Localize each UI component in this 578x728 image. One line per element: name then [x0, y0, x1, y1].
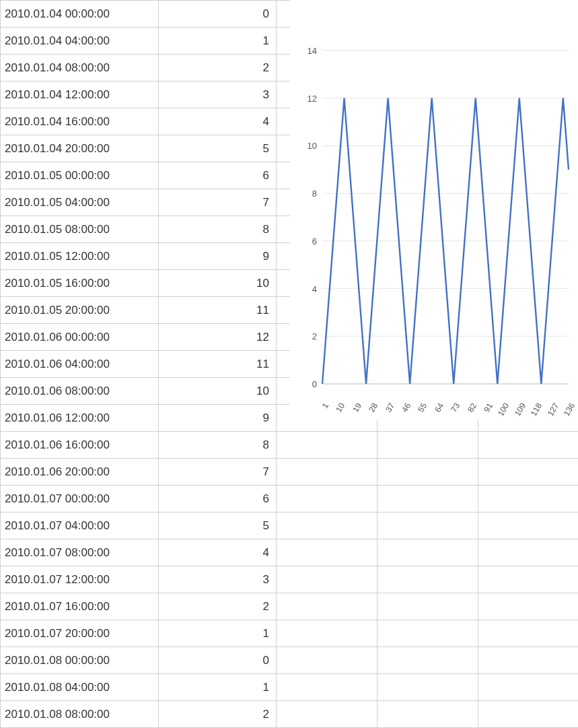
cell-value[interactable]: 1	[159, 620, 277, 647]
cell-empty[interactable]	[277, 432, 377, 459]
cell-timestamp[interactable]: 2010.01.07 04:00:00	[1, 512, 159, 539]
cell-empty[interactable]	[478, 539, 579, 566]
cell-value[interactable]: 3	[159, 566, 277, 593]
chart-plot-area: 02468101214 1101928374655647382911001091…	[299, 13, 574, 415]
cell-value[interactable]: 1	[159, 674, 277, 701]
cell-empty[interactable]	[377, 674, 478, 701]
cell-value[interactable]: 10	[159, 270, 277, 297]
cell-empty[interactable]	[478, 701, 579, 728]
cell-timestamp[interactable]: 2010.01.06 08:00:00	[1, 378, 159, 405]
cell-timestamp[interactable]: 2010.01.04 04:00:00	[1, 28, 159, 55]
cell-timestamp[interactable]: 2010.01.05 00:00:00	[1, 162, 159, 189]
cell-empty[interactable]	[478, 566, 579, 593]
cell-empty[interactable]	[478, 486, 579, 512]
cell-empty[interactable]	[277, 620, 377, 647]
cell-value[interactable]: 12	[159, 324, 277, 351]
cell-value[interactable]: 5	[159, 512, 277, 539]
cell-timestamp[interactable]: 2010.01.04 20:00:00	[1, 135, 159, 162]
cell-value[interactable]: 0	[159, 1, 277, 28]
cell-value[interactable]: 11	[159, 297, 277, 324]
cell-value[interactable]: 6	[159, 162, 277, 189]
cell-value[interactable]: 9	[159, 243, 277, 270]
cell-timestamp[interactable]: 2010.01.05 20:00:00	[1, 297, 159, 324]
cell-empty[interactable]	[478, 647, 579, 674]
cell-empty[interactable]	[277, 701, 377, 728]
cell-timestamp[interactable]: 2010.01.08 08:00:00	[1, 701, 159, 728]
cell-value[interactable]: 9	[159, 405, 277, 432]
cell-empty[interactable]	[478, 512, 579, 539]
cell-value[interactable]: 6	[159, 486, 277, 512]
cell-empty[interactable]	[377, 647, 478, 674]
cell-empty[interactable]	[478, 432, 579, 459]
cell-value[interactable]: 10	[159, 378, 277, 405]
cell-timestamp[interactable]: 2010.01.04 12:00:00	[1, 81, 159, 108]
cell-value[interactable]: 4	[159, 539, 277, 566]
cell-empty[interactable]	[478, 674, 579, 701]
cell-value[interactable]: 4	[159, 108, 277, 135]
cell-timestamp[interactable]: 2010.01.07 16:00:00	[1, 593, 159, 620]
cell-value[interactable]: 2	[159, 701, 277, 728]
embedded-chart[interactable]: 02468101214 1101928374655647382911001091…	[290, 0, 578, 420]
cell-timestamp[interactable]: 2010.01.05 04:00:00	[1, 189, 159, 216]
y-axis: 02468101214	[299, 51, 320, 384]
cell-empty[interactable]	[377, 566, 478, 593]
cell-value[interactable]: 5	[159, 135, 277, 162]
cell-empty[interactable]	[377, 539, 478, 566]
x-tick-label: 136	[562, 401, 577, 418]
table-row: 2010.01.07 12:00:003	[1, 566, 579, 593]
cell-value[interactable]: 7	[159, 189, 277, 216]
cell-value[interactable]: 8	[159, 432, 277, 459]
cell-empty[interactable]	[377, 486, 478, 512]
cell-timestamp[interactable]: 2010.01.06 20:00:00	[1, 459, 159, 486]
cell-value[interactable]: 2	[159, 55, 277, 81]
cell-value[interactable]: 0	[159, 647, 277, 674]
cell-empty[interactable]	[377, 432, 478, 459]
cell-timestamp[interactable]: 2010.01.06 12:00:00	[1, 405, 159, 432]
cell-empty[interactable]	[377, 512, 478, 539]
cell-empty[interactable]	[277, 674, 377, 701]
cell-timestamp[interactable]: 2010.01.04 08:00:00	[1, 55, 159, 81]
cell-empty[interactable]	[478, 459, 579, 486]
cell-timestamp[interactable]: 2010.01.08 04:00:00	[1, 674, 159, 701]
cell-timestamp[interactable]: 2010.01.07 20:00:00	[1, 620, 159, 647]
cell-empty[interactable]	[377, 593, 478, 620]
y-tick-label: 10	[297, 141, 317, 151]
cell-value[interactable]: 2	[159, 593, 277, 620]
cell-empty[interactable]	[277, 539, 377, 566]
cell-timestamp[interactable]: 2010.01.07 00:00:00	[1, 486, 159, 512]
cell-timestamp[interactable]: 2010.01.07 08:00:00	[1, 539, 159, 566]
cell-empty[interactable]	[277, 512, 377, 539]
x-tick-label: 118	[529, 401, 544, 418]
cell-timestamp[interactable]: 2010.01.06 16:00:00	[1, 432, 159, 459]
cell-value[interactable]: 1	[159, 28, 277, 55]
cell-timestamp[interactable]: 2010.01.05 12:00:00	[1, 243, 159, 270]
cell-value[interactable]: 11	[159, 351, 277, 378]
cell-empty[interactable]	[277, 566, 377, 593]
plot-region	[322, 51, 569, 384]
cell-timestamp[interactable]: 2010.01.04 16:00:00	[1, 108, 159, 135]
cell-timestamp[interactable]: 2010.01.05 08:00:00	[1, 216, 159, 243]
cell-timestamp[interactable]: 2010.01.06 00:00:00	[1, 324, 159, 351]
cell-empty[interactable]	[277, 486, 377, 512]
cell-timestamp[interactable]: 2010.01.06 04:00:00	[1, 351, 159, 378]
table-row: 2010.01.07 04:00:005	[1, 512, 579, 539]
cell-timestamp[interactable]: 2010.01.08 00:00:00	[1, 647, 159, 674]
cell-empty[interactable]	[277, 593, 377, 620]
cell-timestamp[interactable]: 2010.01.04 00:00:00	[1, 1, 159, 28]
cell-empty[interactable]	[377, 620, 478, 647]
cell-value[interactable]: 7	[159, 459, 277, 486]
y-tick-label: 2	[297, 331, 317, 341]
cell-timestamp[interactable]: 2010.01.05 16:00:00	[1, 270, 159, 297]
cell-empty[interactable]	[277, 459, 377, 486]
cell-empty[interactable]	[377, 701, 478, 728]
cell-value[interactable]: 8	[159, 216, 277, 243]
x-tick-label: 55	[417, 401, 429, 414]
cell-empty[interactable]	[377, 459, 478, 486]
x-tick-label: 91	[482, 401, 495, 414]
cell-empty[interactable]	[277, 647, 377, 674]
cell-timestamp[interactable]: 2010.01.07 12:00:00	[1, 566, 159, 593]
table-row: 2010.01.07 08:00:004	[1, 539, 579, 566]
cell-empty[interactable]	[478, 620, 579, 647]
cell-value[interactable]: 3	[159, 81, 277, 108]
cell-empty[interactable]	[478, 593, 579, 620]
